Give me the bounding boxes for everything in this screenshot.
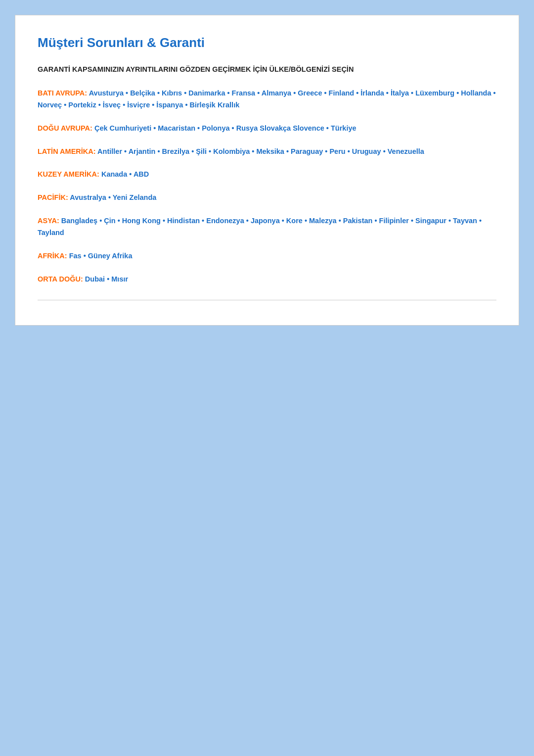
region-block-asya: ASYA: Bangladeş • Çin • Hong Kong • Hind… bbox=[38, 215, 496, 239]
region-label-latin-amerika: LATİN AMERİKA: bbox=[38, 147, 97, 155]
region-countries-asya[interactable]: Bangladeş • Çin • Hong Kong • Hindistan … bbox=[38, 217, 482, 237]
region-block-orta-dogu: ORTA DOĞU: Dubai • Mısır bbox=[38, 273, 496, 285]
main-card: Müşteri Sorunları & Garanti GARANTİ KAPS… bbox=[15, 15, 519, 326]
region-block-latin-amerika: LATİN AMERİKA: Antiller • Arjantin • Bre… bbox=[38, 145, 496, 158]
region-countries-latin-amerika[interactable]: Antiller • Arjantin • Brezilya • Şili • … bbox=[97, 147, 424, 155]
region-countries-orta-dogu[interactable]: Dubai • Mısır bbox=[85, 275, 128, 283]
region-label-dogu-avrupa: DOĞU AVRUPA: bbox=[38, 124, 94, 132]
region-countries-pasifik[interactable]: Avustralya • Yeni Zelanda bbox=[70, 193, 156, 201]
region-countries-kuzey-amerika[interactable]: Kanada • ABD bbox=[101, 170, 149, 178]
region-label-asya: ASYA: bbox=[38, 217, 61, 225]
region-block-afrika: AFRİKA: Fas • Güney Afrika bbox=[38, 250, 496, 262]
region-label-orta-dogu: ORTA DOĞU: bbox=[38, 275, 85, 283]
region-label-bati-avrupa: BATI AVRUPA: bbox=[38, 89, 89, 97]
region-block-bati-avrupa: BATI AVRUPA: Avusturya • Belçika • Kıbrı… bbox=[38, 87, 496, 111]
divider bbox=[38, 300, 496, 300]
region-countries-afrika[interactable]: Fas • Güney Afrika bbox=[69, 252, 133, 260]
region-label-pasifik: PACİFİK: bbox=[38, 193, 70, 201]
region-label-kuzey-amerika: KUZEY AMERİKA: bbox=[38, 170, 101, 178]
regions-container: BATI AVRUPA: Avusturya • Belçika • Kıbrı… bbox=[38, 87, 496, 285]
region-block-dogu-avrupa: DOĞU AVRUPA: Çek Cumhuriyeti • Macarista… bbox=[38, 122, 496, 135]
region-block-kuzey-amerika: KUZEY AMERİKA: Kanada • ABD bbox=[38, 168, 496, 181]
region-label-afrika: AFRİKA: bbox=[38, 252, 69, 260]
section-heading: GARANTİ KAPSAMINIZIN AYRINTILARINI GÖZDE… bbox=[38, 64, 496, 75]
region-countries-bati-avrupa[interactable]: Avusturya • Belçika • Kıbrıs • Danimarka… bbox=[38, 89, 496, 109]
region-block-pasifik: PACİFİK: Avustralya • Yeni Zelanda bbox=[38, 191, 496, 204]
page-title: Müşteri Sorunları & Garanti bbox=[38, 35, 496, 50]
region-countries-dogu-avrupa[interactable]: Çek Cumhuriyeti • Macaristan • Polonya •… bbox=[94, 124, 356, 132]
